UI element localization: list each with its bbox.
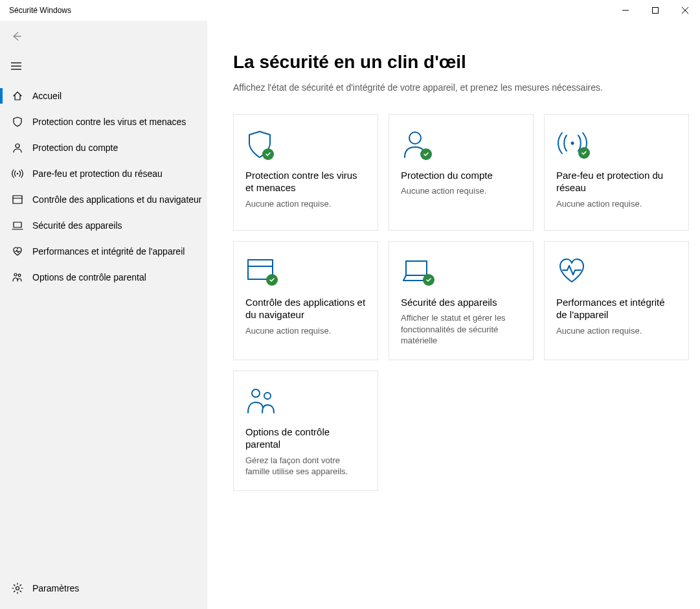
hamburger-icon: [10, 62, 22, 71]
nav-item-virus[interactable]: Protection contre les virus et menaces: [0, 109, 207, 135]
maximize-icon: [652, 7, 659, 14]
svg-point-21: [252, 389, 260, 397]
back-button[interactable]: [0, 21, 207, 52]
svg-point-7: [16, 144, 19, 148]
tile-title: Options de contrôle parental: [245, 426, 366, 451]
page-subtitle: Affichez l'état de sécurité et d'intégri…: [233, 82, 686, 95]
tile-appcontrol[interactable]: Contrôle des applications et du navigate…: [233, 241, 378, 360]
tile-account[interactable]: Protection du compte Aucune action requi…: [389, 114, 534, 231]
status-ok-badge: [266, 274, 278, 286]
tile-title: Pare-feu et protection du réseau: [556, 169, 677, 194]
tile-desc: Aucune action requise.: [401, 185, 521, 197]
nav-item-appcontrol[interactable]: Contrôle des applications et du navigate…: [0, 187, 207, 213]
nav-list: Accueil Protection contre les virus et m…: [0, 83, 207, 290]
titlebar: Sécurité Windows: [0, 0, 700, 21]
svg-point-13: [14, 273, 17, 276]
nav-item-account[interactable]: Protection du compte: [0, 135, 207, 161]
nav-label: Protection du compte: [25, 143, 118, 153]
nav-label: Options de contrôle parental: [25, 272, 146, 282]
nav-item-firewall[interactable]: Pare-feu et protection du réseau: [0, 161, 207, 187]
family-icon: [245, 385, 366, 418]
status-ok-badge: [420, 148, 432, 160]
device-icon: [401, 256, 521, 288]
person-icon: [401, 129, 521, 161]
tile-title: Protection contre les virus et menaces: [245, 169, 366, 194]
nav-item-parental[interactable]: Options de contrôle parental: [0, 264, 207, 290]
maximize-button[interactable]: [640, 0, 670, 21]
app-browser-icon: [10, 194, 25, 205]
svg-point-15: [16, 587, 19, 590]
svg-point-17: [571, 141, 574, 144]
nav-item-device[interactable]: Sécurité des appareils: [0, 213, 207, 238]
main-content: La sécurité en un clin d'œil Affichez l'…: [207, 21, 700, 609]
minimize-button[interactable]: [611, 0, 640, 21]
minimize-icon: [622, 7, 629, 14]
svg-rect-9: [13, 196, 22, 203]
person-icon: [10, 142, 25, 154]
tile-performance[interactable]: Performances et intégrité de l'appareil …: [544, 241, 689, 360]
svg-rect-11: [14, 222, 21, 227]
status-ok-badge: [423, 274, 435, 286]
shield-icon: [10, 116, 25, 128]
nav-label: Accueil: [25, 91, 62, 101]
tile-firewall[interactable]: Pare-feu et protection du réseau Aucune …: [544, 114, 689, 231]
device-icon: [10, 220, 25, 231]
tile-device[interactable]: Sécurité des appareils Afficher le statu…: [389, 241, 534, 360]
svg-point-22: [264, 393, 271, 399]
tile-desc: Aucune action requise.: [245, 198, 366, 210]
window-buttons: [611, 0, 700, 21]
close-icon: [682, 7, 688, 14]
nav-label: Performances et intégrité de l'appareil: [25, 246, 185, 257]
nav-label: Sécurité des appareils: [25, 220, 122, 231]
status-ok-badge: [262, 148, 274, 160]
page-header: La sécurité en un clin d'œil Affichez l'…: [207, 21, 686, 95]
app-browser-icon: [245, 256, 366, 288]
svg-rect-20: [406, 261, 427, 275]
shield-icon: [245, 129, 366, 161]
tile-desc: Aucune action requise.: [245, 325, 366, 337]
nav-item-performance[interactable]: Performances et intégrité de l'appareil: [0, 238, 207, 264]
tile-title: Contrôle des applications et du navigate…: [245, 296, 366, 321]
nav-toggle-button[interactable]: [0, 52, 207, 80]
network-icon: [10, 168, 25, 179]
tile-desc: Aucune action requise.: [556, 198, 677, 210]
svg-point-8: [17, 173, 18, 174]
body: Accueil Protection contre les virus et m…: [0, 21, 700, 609]
home-icon: [10, 90, 25, 102]
sidebar-bottom: Paramètres: [0, 575, 207, 609]
tile-desc: Gérez la façon dont votre famille utilis…: [245, 455, 366, 477]
tile-desc: Aucune action requise.: [556, 325, 677, 337]
nav-item-home[interactable]: Accueil: [0, 83, 207, 109]
tile-virus[interactable]: Protection contre les virus et menaces A…: [233, 114, 378, 231]
gear-icon: [10, 582, 25, 594]
tile-title: Sécurité des appareils: [401, 296, 521, 309]
nav-label: Pare-feu et protection du réseau: [25, 168, 163, 179]
tile-parental[interactable]: Options de contrôle parental Gérez la fa…: [233, 371, 378, 491]
sidebar: Accueil Protection contre les virus et m…: [0, 21, 207, 609]
tile-title: Performances et intégrité de l'appareil: [556, 296, 677, 321]
svg-rect-1: [653, 8, 659, 14]
tiles-grid: Protection contre les virus et menaces A…: [207, 95, 700, 501]
svg-point-16: [409, 132, 421, 144]
network-icon: [556, 129, 677, 161]
svg-point-14: [18, 274, 21, 277]
tile-title: Protection du compte: [401, 169, 521, 182]
heart-icon: [556, 256, 677, 288]
family-icon: [10, 271, 25, 283]
heart-icon: [10, 246, 25, 257]
status-ok-badge: [578, 147, 590, 159]
nav-item-settings[interactable]: Paramètres: [0, 575, 207, 601]
window-title: Sécurité Windows: [9, 6, 71, 15]
nav-label: Contrôle des applications et du navigate…: [25, 194, 202, 205]
tile-desc: Afficher le statut et gérer les fonction…: [401, 312, 521, 347]
nav-label: Paramètres: [25, 583, 79, 593]
close-button[interactable]: [670, 0, 700, 21]
back-arrow-icon: [10, 30, 22, 42]
page-title: La sécurité en un clin d'œil: [233, 52, 686, 73]
window: Sécurité Windows Acc: [0, 0, 700, 609]
nav-label: Protection contre les virus et menaces: [25, 117, 186, 127]
